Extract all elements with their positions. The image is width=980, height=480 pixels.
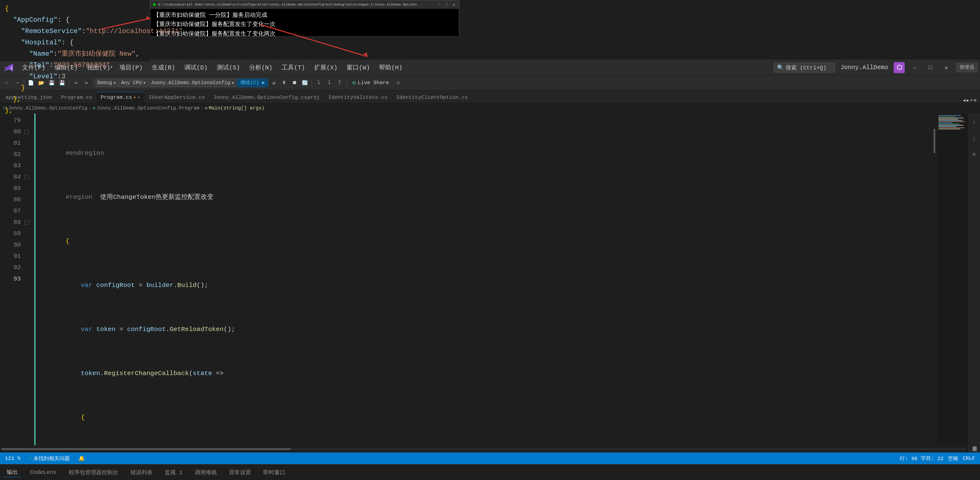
- minimap-line: [939, 124, 959, 125]
- collapse-84[interactable]: -: [24, 175, 29, 179]
- tabs-row: appsetting.json Program.cs Program.cs ● …: [0, 90, 980, 103]
- project-dropdown-arrow: ▾: [231, 80, 234, 86]
- toolbar: ← → 📄 📂 💾 💾 ↩ ↪ Debug ▾ Any CPU ▾ Jonny.…: [0, 76, 980, 90]
- live-share-btn[interactable]: ⊙ Live Share: [348, 78, 393, 88]
- json-line-8: }: [5, 82, 145, 93]
- tab-iuserapp[interactable]: IUserAppService.cs: [145, 92, 209, 103]
- toolbar-step-btn[interactable]: ⏸: [279, 78, 289, 88]
- menu-window[interactable]: 窗口(W): [342, 62, 374, 73]
- collapse-80[interactable]: -: [24, 130, 29, 134]
- json-line-1: {: [5, 3, 145, 14]
- minimap-line: [939, 127, 964, 128]
- bottom-tab-errors[interactable]: 错误列表: [127, 467, 156, 477]
- encoding-label: CRLF: [963, 456, 975, 461]
- toolbar-step-over-btn[interactable]: ⤵: [314, 78, 324, 88]
- terminal-window: E:\studyspace\all demo\Jonny.AllDemo\src…: [150, 0, 459, 37]
- tabs-overflow-left[interactable]: ◀: [963, 98, 966, 103]
- main-area: 79 80 81 82 83 84 85 86 87 88 89 90 91 9…: [0, 114, 980, 453]
- breadcrumb-method[interactable]: Main(string[] args): [208, 106, 264, 111]
- code-line-82: var configRoot = builder . Build ();: [41, 280, 932, 291]
- menu-help[interactable]: 帮助(H): [375, 62, 407, 73]
- minimap-line: [939, 125, 963, 126]
- vs-account-icon[interactable]: ⬡: [894, 62, 905, 73]
- tab-identityclient[interactable]: IdentityClientOption.cs: [392, 92, 473, 103]
- menu-build[interactable]: 生成(B): [148, 62, 180, 73]
- tab-csproj-label: Jonny.AllDemo.OptionsConfig.csproj: [213, 95, 320, 100]
- bottom-tab-exceptions[interactable]: 异常设置: [225, 467, 255, 477]
- gutter-85: [24, 183, 34, 194]
- search-box[interactable]: 🔍 搜索 (Ctrl+Q): [774, 63, 835, 73]
- ln-83: 83: [0, 160, 21, 171]
- spaces-label: 空格: [948, 455, 958, 462]
- statusbar-encoding[interactable]: CRLF: [961, 456, 977, 461]
- scrollbar-thumb[interactable]: [934, 129, 935, 153]
- breadcrumb-method-icon: ⊙: [205, 106, 207, 111]
- continue-btn[interactable]: 继续(C) ▶: [237, 79, 268, 87]
- minimap-line: [939, 128, 960, 130]
- menu-debug[interactable]: 调试(D): [180, 62, 212, 73]
- code-area[interactable]: 79 80 81 82 83 84 85 86 87 88 89 90 91 9…: [0, 114, 968, 445]
- bottom-tab-output[interactable]: 输出: [3, 467, 21, 477]
- collapse-88[interactable]: -: [24, 220, 29, 225]
- statusbar-position[interactable]: 行: 96 字符: 22: [898, 455, 945, 462]
- project-dropdown[interactable]: Jonny.AllDemo.OptionsConfig ▾: [149, 79, 237, 87]
- terminal-minimize-btn[interactable]: －: [437, 2, 442, 7]
- line-numbers: 79 80 81 82 83 84 85 86 87 88 89 90 91 9…: [0, 114, 24, 445]
- menu-tools[interactable]: 工具(T): [277, 62, 309, 73]
- right-icon-3[interactable]: ≡: [967, 148, 980, 161]
- ln-92: 92: [0, 262, 21, 273]
- toolbar-step-out-btn[interactable]: ⤴: [335, 78, 344, 88]
- bottom-tab-callstack[interactable]: 调用堆栈: [191, 467, 220, 477]
- menu-test[interactable]: 测试(S): [212, 62, 244, 73]
- close-btn[interactable]: ✕: [939, 62, 954, 73]
- tabs-overflow-menu[interactable]: ≡: [970, 98, 973, 103]
- toolbar-feedback-btn[interactable]: ☺: [393, 78, 403, 88]
- horizontal-scrollbar[interactable]: [0, 445, 968, 453]
- ln-91: 91: [0, 250, 21, 262]
- code-line-79: #endregion: [41, 147, 932, 159]
- json-line-2: "AppConfig": {: [5, 14, 145, 26]
- zoom-label: 121 %: [5, 456, 21, 461]
- terminal-titlebar: E:\studyspace\all demo\Jonny.AllDemo\src…: [150, 0, 459, 9]
- editor-area: 79 80 81 82 83 84 85 86 87 88 89 90 91 9…: [0, 114, 968, 453]
- status-text: 未找到相关问题: [33, 455, 70, 462]
- h-scroll-thumb[interactable]: [1, 448, 291, 450]
- bottom-tab-watch[interactable]: 监视 1: [161, 467, 186, 477]
- tabs-settings[interactable]: ⚙: [974, 98, 976, 103]
- toolbar-step-into-btn[interactable]: ⤵: [324, 78, 334, 88]
- minimize-btn[interactable]: －: [907, 62, 922, 73]
- restore-btn[interactable]: □: [923, 62, 938, 73]
- statusbar-check[interactable]: ✓ 未找到相关问题: [27, 453, 72, 464]
- right-icon-1[interactable]: ↑: [967, 116, 980, 130]
- toolbar-stop-btn[interactable]: ⏹: [290, 78, 299, 88]
- terminal-close-btn[interactable]: ✕: [452, 2, 457, 7]
- statusbar-right: 行: 96 字符: 22 空格 CRLF: [898, 455, 977, 462]
- code-content[interactable]: #endregion #region 使用ChangeToken热更新监控配置改…: [36, 114, 932, 445]
- live-share-label: Live Share: [358, 80, 389, 86]
- ln-80: 80: [0, 126, 21, 137]
- code-gutter: - - -: [24, 114, 34, 445]
- toolbar-sep-4: [312, 79, 312, 87]
- tabs-overflow-right[interactable]: ▶: [967, 98, 969, 103]
- tab-csproj[interactable]: Jonny.AllDemo.OptionsConfig.csproj: [209, 92, 324, 103]
- toolbar-restart-btn[interactable]: 🔄: [300, 78, 310, 88]
- scrollbar-right[interactable]: [932, 114, 937, 445]
- menubar-right: 🔍 搜索 (Ctrl+Q) Jonny.AllDemo ⬡ － □ ✕ 管理员: [774, 62, 978, 73]
- tab-identityval[interactable]: IdentityValitate.cs: [324, 92, 392, 103]
- minimap-line: [939, 122, 953, 123]
- terminal-maximize-btn[interactable]: □: [444, 2, 449, 7]
- menu-extensions[interactable]: 扩展(X): [310, 62, 342, 73]
- code-line-80: #region 使用ChangeToken热更新监控配置改变: [41, 192, 932, 203]
- menu-analyze[interactable]: 分析(N): [245, 62, 277, 73]
- toolbar-refresh-btn[interactable]: ↺: [269, 78, 278, 88]
- statusbar-notification[interactable]: 🔔: [76, 453, 87, 464]
- breadcrumb-row: ⬡ Jonny.AllDemo.OptionsConfig › ⊕ Jonny.…: [0, 103, 980, 114]
- bottom-tab-immediate[interactable]: 即时窗口: [259, 467, 289, 477]
- bottom-tab-nuget[interactable]: 程序包管理器控制台: [65, 467, 122, 477]
- json-line-9: },: [5, 93, 145, 105]
- right-icon-2[interactable]: ↓: [967, 132, 980, 145]
- statusbar-spaces[interactable]: 空格: [946, 455, 960, 462]
- gutter-86: [24, 194, 34, 205]
- bottom-tab-codelens[interactable]: CodeLens: [26, 468, 60, 477]
- statusbar-zoom[interactable]: 121 %: [3, 453, 22, 464]
